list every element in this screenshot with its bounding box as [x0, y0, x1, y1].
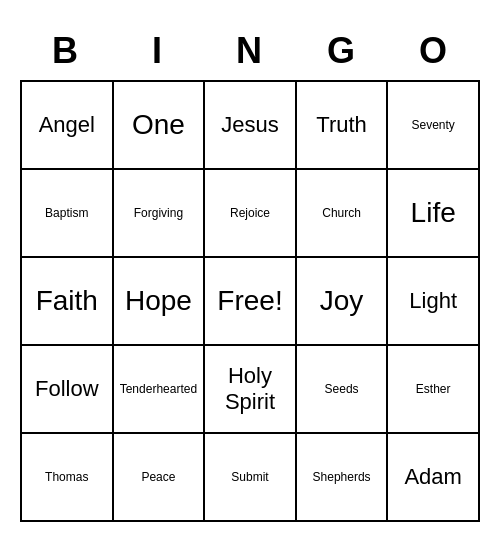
- cell-text-23: Shepherds: [313, 470, 371, 484]
- cell-text-4: Seventy: [412, 118, 455, 132]
- header-letter-N: N: [204, 22, 296, 80]
- cell-text-11: Hope: [125, 284, 192, 318]
- cell-text-7: Rejoice: [230, 206, 270, 220]
- bingo-cell-7: Rejoice: [205, 170, 297, 258]
- bingo-cell-23: Shepherds: [297, 434, 389, 522]
- bingo-cell-9: Life: [388, 170, 480, 258]
- bingo-cell-16: Tenderhearted: [114, 346, 206, 434]
- header-letter-B: B: [20, 22, 112, 80]
- cell-text-16: Tenderhearted: [120, 382, 197, 396]
- bingo-cell-3: Truth: [297, 82, 389, 170]
- cell-text-19: Esther: [416, 382, 451, 396]
- bingo-cell-8: Church: [297, 170, 389, 258]
- cell-text-21: Peace: [141, 470, 175, 484]
- header-letter-G: G: [296, 22, 388, 80]
- cell-text-14: Light: [409, 288, 457, 314]
- bingo-cell-15: Follow: [22, 346, 114, 434]
- cell-text-6: Forgiving: [134, 206, 183, 220]
- bingo-cell-0: Angel: [22, 82, 114, 170]
- cell-text-3: Truth: [316, 112, 367, 138]
- bingo-cell-24: Adam: [388, 434, 480, 522]
- cell-text-10: Faith: [36, 284, 98, 318]
- cell-text-8: Church: [322, 206, 361, 220]
- cell-text-15: Follow: [35, 376, 99, 402]
- bingo-cell-20: Thomas: [22, 434, 114, 522]
- cell-text-18: Seeds: [325, 382, 359, 396]
- cell-text-5: Baptism: [45, 206, 88, 220]
- bingo-cell-2: Jesus: [205, 82, 297, 170]
- bingo-cell-13: Joy: [297, 258, 389, 346]
- header-letter-O: O: [388, 22, 480, 80]
- cell-text-0: Angel: [39, 112, 95, 138]
- cell-text-2: Jesus: [221, 112, 278, 138]
- bingo-cell-6: Forgiving: [114, 170, 206, 258]
- bingo-cell-11: Hope: [114, 258, 206, 346]
- cell-text-13: Joy: [320, 284, 364, 318]
- bingo-card: BINGO AngelOneJesusTruthSeventyBaptismFo…: [10, 12, 490, 532]
- cell-text-1: One: [132, 108, 185, 142]
- bingo-grid: AngelOneJesusTruthSeventyBaptismForgivin…: [20, 80, 480, 522]
- header-letter-I: I: [112, 22, 204, 80]
- bingo-cell-18: Seeds: [297, 346, 389, 434]
- bingo-cell-12: Free!: [205, 258, 297, 346]
- bingo-cell-17: HolySpirit: [205, 346, 297, 434]
- cell-text-24: Adam: [404, 464, 461, 490]
- bingo-cell-5: Baptism: [22, 170, 114, 258]
- cell-text-20: Thomas: [45, 470, 88, 484]
- cell-text-9: Life: [411, 196, 456, 230]
- bingo-cell-1: One: [114, 82, 206, 170]
- bingo-cell-14: Light: [388, 258, 480, 346]
- bingo-cell-19: Esther: [388, 346, 480, 434]
- bingo-cell-22: Submit: [205, 434, 297, 522]
- cell-text-22: Submit: [231, 470, 268, 484]
- cell-text-17: HolySpirit: [225, 363, 275, 416]
- bingo-cell-4: Seventy: [388, 82, 480, 170]
- bingo-header: BINGO: [20, 22, 480, 80]
- bingo-cell-10: Faith: [22, 258, 114, 346]
- bingo-cell-21: Peace: [114, 434, 206, 522]
- cell-text-12: Free!: [217, 284, 282, 318]
